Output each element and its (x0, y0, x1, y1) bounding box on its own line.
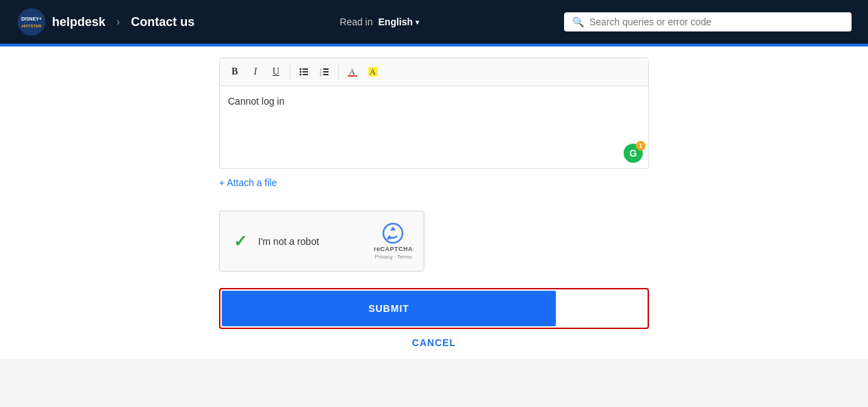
search-container: 🔍 (564, 12, 852, 31)
bold-button[interactable]: B (225, 62, 244, 81)
svg-rect-16 (348, 75, 357, 77)
submit-wrapper: SUBMIT (219, 288, 649, 329)
svg-rect-8 (303, 74, 308, 75)
svg-point-7 (300, 74, 302, 76)
recaptcha-terms-link[interactable]: Terms (397, 254, 412, 260)
search-icon: 🔍 (572, 16, 584, 27)
attach-file-button[interactable]: + Attach a file (219, 177, 277, 188)
cancel-button[interactable]: CANCEL (219, 337, 649, 348)
grammarly-badge: 1 (636, 141, 646, 150)
breadcrumb-current: Contact us (131, 15, 194, 29)
editor-toolbar: B I U (220, 58, 648, 86)
recaptcha-privacy-link[interactable]: Privacy (374, 254, 392, 260)
main-content: B I U (0, 47, 868, 359)
italic-button[interactable]: I (246, 62, 265, 81)
svg-rect-4 (303, 68, 308, 70)
text-editor: B I U (219, 57, 649, 169)
underline-button[interactable]: U (266, 62, 285, 81)
unordered-list-icon (299, 67, 309, 77)
editor-content[interactable]: Cannot log in (228, 94, 640, 109)
language-selector[interactable]: English ▾ (379, 16, 420, 27)
search-input[interactable] (589, 16, 843, 27)
recaptcha-checkmark: ✓ (231, 232, 250, 251)
svg-rect-6 (303, 71, 308, 73)
unordered-list-button[interactable] (294, 62, 314, 81)
recaptcha-right: reCAPTCHA Privacy · Terms (374, 222, 413, 260)
svg-text:DISNEY+: DISNEY+ (21, 16, 42, 21)
breadcrumb-separator: › (116, 16, 120, 28)
hotstar-logo-icon: DISNEY+ HOTSTAR (16, 7, 47, 37)
not-robot-label: I'm not a robot (258, 236, 319, 247)
svg-text:HOTSTAR: HOTSTAR (22, 24, 42, 28)
toolbar-divider-1 (290, 65, 290, 79)
language-label: English (379, 16, 413, 27)
submit-button[interactable]: SUBMIT (222, 291, 556, 326)
svg-rect-10 (323, 68, 329, 70)
header-left: DISNEY+ HOTSTAR helpdesk › Contact us (16, 7, 194, 37)
svg-text:3.: 3. (320, 73, 322, 77)
recaptcha-links: Privacy · Terms (374, 254, 412, 260)
font-color-icon: A (348, 67, 357, 77)
recaptcha-brand-label: reCAPTCHA (374, 246, 413, 252)
recaptcha-widget: ✓ I'm not a robot reCAPTCHA Privacy · Te… (219, 211, 424, 272)
svg-rect-14 (323, 74, 329, 75)
font-color-button[interactable]: A (343, 62, 362, 81)
editor-body[interactable]: Cannot log in G 1 (220, 86, 648, 168)
svg-point-0 (18, 8, 45, 36)
svg-text:A: A (349, 67, 355, 77)
checkmark-icon: ✓ (233, 232, 247, 251)
ordered-list-icon: 1. 2. 3. (320, 67, 329, 77)
ordered-list-button[interactable]: 1. 2. 3. (315, 62, 334, 81)
logo-container[interactable]: DISNEY+ HOTSTAR helpdesk (16, 7, 105, 37)
bg-color-button[interactable]: A (363, 62, 383, 81)
read-in-label: Read in (340, 16, 372, 27)
toolbar-divider-2 (338, 65, 339, 79)
recaptcha-logo-icon (382, 222, 404, 244)
svg-rect-12 (323, 71, 329, 73)
form-container: B I U (208, 57, 660, 348)
chevron-down-icon: ▾ (416, 18, 419, 26)
svg-point-3 (300, 68, 302, 70)
helpdesk-label: helpdesk (52, 15, 105, 29)
svg-text:A: A (370, 67, 376, 77)
grammarly-widget: G 1 (624, 144, 643, 163)
svg-point-5 (300, 71, 302, 73)
submit-btn-outer: SUBMIT (219, 288, 649, 329)
header: DISNEY+ HOTSTAR helpdesk › Contact us Re… (0, 0, 868, 44)
recaptcha-left: ✓ I'm not a robot (231, 232, 319, 251)
bg-color-icon: A (368, 67, 378, 77)
header-center: Read in English ▾ (194, 16, 564, 27)
